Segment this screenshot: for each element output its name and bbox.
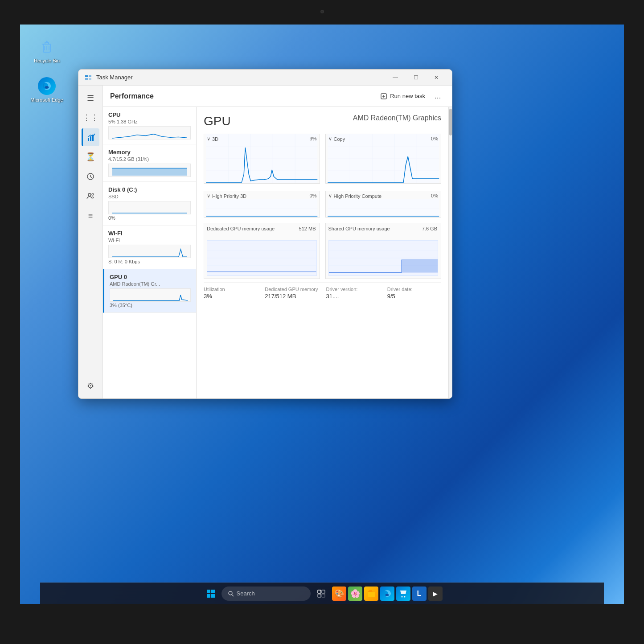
taskbar-l-icon[interactable]: L bbox=[412, 587, 427, 601]
cpu-sub: 5% 1.38 GHz bbox=[108, 119, 191, 124]
gpu-detail-panel: GPU AMD Radeon(TM) Graphics ∨ 3D bbox=[197, 107, 448, 398]
monitor-screen: Recycle Bin Microsoft Edge bbox=[20, 25, 624, 604]
taskbar-files-icon[interactable] bbox=[364, 587, 378, 601]
gpu-dedicated-mem: Dedicated GPU memory usage 512 MB bbox=[204, 223, 320, 279]
svg-rect-52 bbox=[318, 594, 321, 597]
tm-sidebar: ☰ ⋮⋮ ⏳ bbox=[78, 86, 103, 398]
svg-rect-50 bbox=[318, 590, 321, 593]
tm-content: CPU 5% 1.38 GHz Memory bbox=[103, 107, 452, 398]
svg-point-57 bbox=[404, 596, 405, 597]
gpu-device-name: AMD Radeon(TM) Graphics bbox=[353, 114, 441, 122]
gpu-hpcompute-graph: ∨ High Priority Compute 0% bbox=[325, 191, 442, 217]
run-task-icon bbox=[380, 93, 387, 100]
gpu-hp3d-graph: ∨ High Priority 3D 0% bbox=[204, 191, 320, 217]
more-options-button[interactable]: … bbox=[431, 89, 445, 103]
recycle-bin-image bbox=[38, 38, 56, 56]
gpu-stat-date-value: 9/5 bbox=[387, 293, 441, 299]
taskbar-extra-icon[interactable]: ▶ bbox=[428, 587, 443, 601]
gpu-sparkline bbox=[110, 289, 190, 301]
edge-taskbar-icon bbox=[383, 589, 392, 598]
svg-rect-13 bbox=[112, 168, 187, 176]
perf-item-memory[interactable]: Memory 4.7/15.2 GB (31%) bbox=[103, 144, 196, 182]
taskbar-search[interactable]: Search bbox=[222, 587, 311, 601]
sidebar-performance-icon[interactable] bbox=[82, 128, 99, 146]
desktop: Recycle Bin Microsoft Edge bbox=[0, 0, 644, 644]
disk-chart bbox=[108, 201, 191, 214]
gpu-stat-ded-mem-value: 217/512 MB bbox=[265, 293, 319, 299]
taskbar-flower-icon[interactable]: 🌸 bbox=[348, 587, 362, 601]
svg-rect-5 bbox=[89, 78, 91, 80]
gpu-name: GPU 0 bbox=[110, 274, 191, 280]
gpu-3d-label: ∨ 3D bbox=[207, 136, 218, 142]
perf-item-cpu[interactable]: CPU 5% 1.38 GHz bbox=[103, 107, 196, 144]
close-button[interactable]: ✕ bbox=[426, 70, 447, 86]
start-button[interactable] bbox=[202, 585, 220, 603]
taskbar-paint-icon[interactable]: 🎨 bbox=[332, 587, 346, 601]
svg-rect-2 bbox=[85, 75, 88, 77]
scroll-thumb[interactable] bbox=[449, 109, 452, 135]
gpu-stat-util-label: Utilization bbox=[204, 287, 258, 292]
perf-item-disk[interactable]: Disk 0 (C:) SSD 0% bbox=[103, 182, 196, 226]
taskbar-center: Search 🎨 🌸 bbox=[202, 585, 443, 603]
run-new-task-label: Run new task bbox=[390, 93, 425, 99]
sidebar-details-icon[interactable]: ≡ bbox=[82, 207, 99, 225]
recycle-bin-svg bbox=[39, 39, 55, 55]
gpu-hpcompute-pct: 0% bbox=[431, 193, 438, 198]
monitor-bottom-bezel bbox=[0, 604, 644, 644]
gpu-hp3d-label: ∨ High Priority 3D bbox=[207, 193, 246, 199]
gpu-chart bbox=[110, 288, 191, 302]
gpu-main-title: GPU bbox=[204, 114, 231, 128]
sidebar-startup-icon[interactable] bbox=[82, 168, 99, 185]
gpu-shared-mem-value: 7.6 GB bbox=[422, 226, 437, 231]
wifi-name: Wi-Fi bbox=[108, 230, 191, 237]
memory-sparkline bbox=[109, 164, 190, 176]
taskbar-store-icon[interactable] bbox=[396, 587, 410, 601]
minimize-button[interactable]: — bbox=[385, 70, 406, 86]
gpu-value: 3% (35°C) bbox=[110, 303, 191, 308]
gpu-stat-date-label: Driver date: bbox=[387, 287, 441, 292]
sidebar-history-icon[interactable]: ⏳ bbox=[82, 148, 99, 166]
startup-icon-svg bbox=[86, 172, 95, 181]
gpu-bottom-graphs: ∨ High Priority 3D 0% bbox=[204, 191, 441, 217]
windows-logo bbox=[206, 589, 215, 598]
taskbar-edge-icon[interactable] bbox=[380, 587, 394, 601]
gpu-stat-driver-value: 31.... bbox=[326, 293, 380, 299]
gpu-hp3d-svg bbox=[204, 199, 320, 217]
perf-item-wifi[interactable]: Wi-Fi Wi-Fi S: 0 R: 0 Kbps bbox=[103, 226, 196, 269]
edge-logo bbox=[38, 77, 56, 95]
edge-image bbox=[38, 77, 56, 95]
svg-point-10 bbox=[88, 193, 91, 196]
memory-sub: 4.7/15.2 GB (31%) bbox=[108, 156, 191, 162]
gpu-stats-row: Utilization 3% Dedicated GPU memory 217/… bbox=[204, 283, 441, 299]
perf-item-gpu[interactable]: GPU 0 AMD Radeon(TM) Gr... 3% (35°C) bbox=[103, 269, 196, 313]
run-new-task-button[interactable]: Run new task bbox=[375, 90, 431, 103]
taskview-icon bbox=[317, 590, 325, 598]
wifi-sub: Wi-Fi bbox=[108, 238, 191, 243]
recycle-bin-icon[interactable]: Recycle Bin bbox=[29, 38, 65, 64]
svg-point-11 bbox=[92, 193, 94, 195]
restore-button[interactable]: ☐ bbox=[406, 70, 426, 86]
svg-rect-51 bbox=[322, 590, 325, 593]
sidebar-settings-icon[interactable]: ⚙ bbox=[82, 377, 99, 395]
svg-point-56 bbox=[401, 596, 402, 597]
gpu-stat-driver-ver: Driver version: 31.... bbox=[326, 287, 380, 299]
edge-icon[interactable]: Microsoft Edge bbox=[29, 77, 65, 103]
svg-rect-44 bbox=[207, 590, 210, 593]
svg-point-48 bbox=[229, 591, 232, 595]
scrollbar[interactable] bbox=[448, 107, 452, 398]
tm-icon-svg bbox=[85, 74, 92, 81]
sidebar-users-icon[interactable] bbox=[82, 187, 99, 205]
sidebar-processes-icon[interactable]: ⋮⋮ bbox=[82, 109, 99, 127]
taskview-button[interactable] bbox=[312, 585, 330, 603]
cpu-chart bbox=[108, 126, 191, 139]
gpu-3d-svg bbox=[204, 134, 320, 183]
sidebar-menu-icon[interactable]: ☰ bbox=[82, 89, 99, 107]
store-icon bbox=[399, 589, 408, 598]
wifi-chart bbox=[108, 245, 191, 258]
window-controls: — ☐ ✕ bbox=[385, 70, 447, 86]
monitor-left-bezel bbox=[0, 0, 20, 644]
cpu-name: CPU bbox=[108, 111, 191, 118]
gpu-stat-utilization: Utilization 3% bbox=[204, 287, 258, 299]
file-explorer-icon bbox=[367, 589, 376, 598]
cpu-sparkline bbox=[109, 127, 190, 139]
